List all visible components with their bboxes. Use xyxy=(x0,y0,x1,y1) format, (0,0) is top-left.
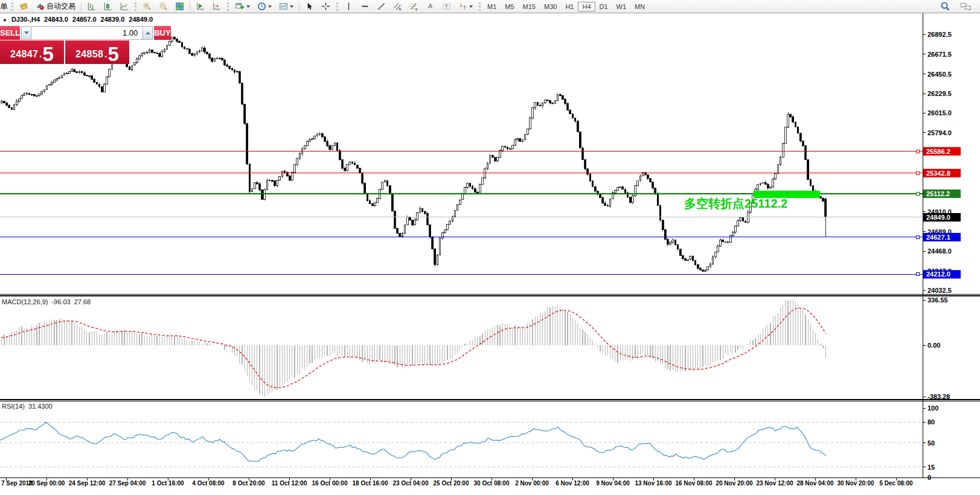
channel-icon: E xyxy=(393,2,402,11)
fibo-icon: F xyxy=(409,2,418,11)
chat-button[interactable] xyxy=(960,2,972,11)
new-chart-button[interactable] xyxy=(231,1,254,12)
rsi-value: 31.4300 xyxy=(28,403,53,410)
svg-text:T: T xyxy=(445,4,448,9)
timeframe-d1-button[interactable]: D1 xyxy=(595,2,612,11)
notebook-icon xyxy=(19,2,28,11)
toolbar-right-icons xyxy=(940,1,980,11)
periods-button[interactable] xyxy=(254,1,275,12)
price-integer: 24847 xyxy=(10,49,38,60)
arrows-tool-button[interactable] xyxy=(455,1,476,12)
toolbar-groups: 自动交易EFAT xyxy=(9,1,476,12)
text-label-tool-button[interactable]: T xyxy=(438,1,455,12)
macd-value: -96.03 xyxy=(51,298,70,305)
sell-button[interactable]: SELL xyxy=(0,26,20,40)
candlestick-mode-button[interactable] xyxy=(100,1,116,12)
timeframe-w1-button[interactable]: W1 xyxy=(612,2,631,11)
chevron-down-icon xyxy=(246,5,250,8)
svg-text:A: A xyxy=(428,2,433,10)
timeframe-m30-button[interactable]: M30 xyxy=(540,2,561,11)
crosshair-icon xyxy=(321,2,330,11)
cursor-tool-button[interactable] xyxy=(301,1,318,12)
ohlc-high: 24857.0 xyxy=(72,16,97,23)
timeframe-m5-button[interactable]: M5 xyxy=(501,2,518,11)
toolbar-separator xyxy=(190,2,190,11)
symbol-ohlc-line: ▲ DJ30-,H4 24843.0 24857.0 24839.0 24849… xyxy=(2,16,153,23)
horizontal-line-tool-button[interactable] xyxy=(357,1,373,12)
ohlc-low: 24839.0 xyxy=(101,16,125,23)
toolbar-separator xyxy=(479,2,481,11)
bar-chart-mode-button[interactable] xyxy=(83,1,100,12)
timeframe-m15-button[interactable]: M15 xyxy=(519,2,540,11)
zoom-in-button[interactable] xyxy=(139,1,155,12)
crosshair-tool-button[interactable] xyxy=(318,1,334,12)
mt4-application-window: 26892.526671.526450.526229.526015.025794… xyxy=(0,0,980,495)
auto-scroll-button[interactable] xyxy=(192,1,208,12)
annotation-text[interactable]: 多空转折点25112.2 xyxy=(684,196,787,212)
tile-icon xyxy=(175,2,184,11)
autotrading-button[interactable]: 自动交易 xyxy=(32,1,79,12)
new-order-button[interactable] xyxy=(16,1,32,12)
chart-canvas[interactable]: 26892.526671.526450.526229.526015.025794… xyxy=(0,0,980,495)
autoscroll-icon xyxy=(196,2,205,11)
menu-fragment-label: 单 xyxy=(0,1,9,12)
equidistant-channel-tool-button[interactable]: E xyxy=(389,1,406,12)
ohlc-open: 24843.0 xyxy=(44,16,68,23)
timeframe-bar: M1M5M15M30H1H4D1W1MN xyxy=(476,2,649,11)
fibonacci-tool-button[interactable]: F xyxy=(406,1,422,12)
vline-icon xyxy=(344,2,353,11)
barchart-icon xyxy=(87,2,96,11)
arrows-icon xyxy=(458,2,467,11)
toolbar-button-label: 自动交易 xyxy=(46,1,75,11)
macd-signal-value: 27.68 xyxy=(74,298,91,305)
chevron-down-icon xyxy=(268,5,272,8)
triangle-down-icon xyxy=(24,31,29,34)
volume-input[interactable] xyxy=(31,26,143,40)
price-big-digit: 5 xyxy=(43,46,54,62)
price-big-digit: 5 xyxy=(108,46,119,62)
macd-indicator-label: MACD(12,26,9) -96.03 27.68 xyxy=(2,298,91,305)
svg-text:F: F xyxy=(415,7,418,11)
newchart-icon xyxy=(235,2,245,11)
toolbar-separator xyxy=(299,2,299,11)
price-integer: 24858 xyxy=(75,49,103,60)
chart-shift-button[interactable] xyxy=(208,1,225,12)
buy-button[interactable]: BUY xyxy=(154,26,170,40)
vertical-line-tool-button[interactable] xyxy=(341,1,357,12)
timeframe-mn-button[interactable]: MN xyxy=(630,2,649,11)
time-axis[interactable] xyxy=(0,478,980,489)
line-chart-mode-button[interactable] xyxy=(116,1,132,12)
svg-text:E: E xyxy=(399,7,402,11)
ohlc-close: 24849.0 xyxy=(129,16,153,23)
timeframe-h4-button[interactable]: H4 xyxy=(578,2,595,11)
text-tool-button[interactable]: A xyxy=(422,1,438,12)
autotrade-icon xyxy=(36,2,45,11)
labelt-icon: T xyxy=(442,2,451,11)
toolbar-separator xyxy=(11,2,13,11)
trendline-tool-button[interactable] xyxy=(373,1,389,12)
toolbar-separator xyxy=(81,2,82,11)
toolbar-separator xyxy=(135,2,136,11)
rsi-indicator-label: RSI(14) 31.4300 xyxy=(2,403,53,410)
buy-price-display[interactable]: 24858.5 xyxy=(65,40,129,64)
toolbar: 单 自动交易EFAT M1M5M15M30H1H4D1W1MN xyxy=(0,0,980,13)
price-axis[interactable] xyxy=(923,13,980,477)
chevron-down-icon xyxy=(469,5,473,8)
linechart-icon xyxy=(120,2,129,11)
chartshift-icon xyxy=(212,2,221,11)
tile-windows-button[interactable] xyxy=(171,1,188,12)
search-button[interactable] xyxy=(940,1,950,11)
chevron-down-icon xyxy=(290,5,293,8)
zoom-out-button[interactable] xyxy=(155,1,171,12)
macd-name: MACD(12,26,9) xyxy=(2,298,48,305)
volume-increase-button[interactable] xyxy=(143,26,153,40)
timeframe-h1-button[interactable]: H1 xyxy=(561,2,578,11)
volume-decrease-button[interactable] xyxy=(21,26,31,40)
candlechart-icon xyxy=(103,2,112,11)
templates-button[interactable] xyxy=(275,1,297,12)
sell-price-display[interactable]: 24847.5 xyxy=(0,40,64,64)
zoomout-icon xyxy=(159,2,168,11)
timeframe-m1-button[interactable]: M1 xyxy=(483,2,501,11)
price-dot: . xyxy=(39,49,42,60)
zoomin-icon xyxy=(143,2,152,11)
